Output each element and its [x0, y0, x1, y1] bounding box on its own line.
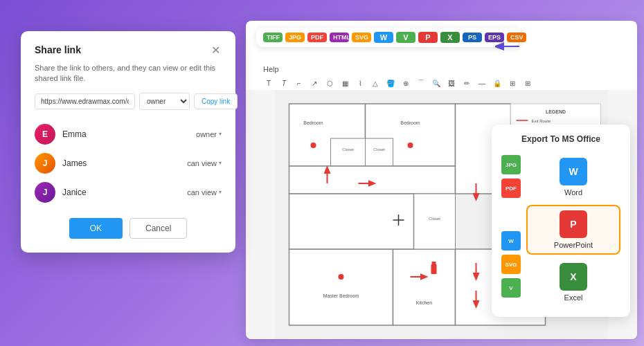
svg-text:Kitchen: Kitchen [416, 300, 432, 305]
avatar-james: J [35, 153, 55, 174]
user-role-emma[interactable]: owner ▾ [196, 130, 222, 138]
share-link-modal: Share link ✕ Share the link to others, a… [21, 31, 235, 253]
format-toolbar: TIFF JPG PDF HTML SVG W V P X PS EPS CSV [256, 28, 519, 47]
tiff-badge[interactable]: TIFF [263, 33, 283, 42]
ppt-export-label: PowerPoint [554, 241, 593, 249]
excel-export-badge: X [560, 263, 587, 291]
ps-badge[interactable]: PS [463, 33, 482, 42]
svg-text:Bedroom: Bedroom [400, 120, 420, 125]
svg-rect-15 [393, 249, 456, 325]
user-row-james: J James can view ▾ [35, 149, 222, 178]
help-label: Help [263, 65, 279, 73]
chevron-down-icon-james: ▾ [219, 160, 222, 166]
user-row-janice: J Janice can view ▾ [35, 178, 222, 207]
svg-point-33 [311, 143, 316, 148]
jpg-badge[interactable]: JPG [285, 33, 305, 42]
svg-text:Bedroom: Bedroom [303, 120, 323, 125]
word-export-label: Word [564, 188, 582, 197]
fill-tool-icon[interactable]: 🪣 [385, 78, 396, 89]
pdf-side-badge[interactable]: PDF [501, 179, 521, 198]
close-icon[interactable]: ✕ [209, 44, 222, 56]
user-name-emma: Emma [62, 129, 189, 139]
svg-rect-19 [414, 194, 456, 249]
excel-badge[interactable]: X [440, 32, 460, 43]
svg-text:LEGEND: LEGEND [546, 109, 566, 114]
html-badge[interactable]: HTML [330, 33, 349, 42]
arrow-indicator [495, 39, 523, 57]
v-badge[interactable]: V [396, 32, 415, 43]
export-powerpoint-item[interactable]: P PowerPoint [526, 205, 620, 255]
lock-tool-icon[interactable]: 🔒 [492, 78, 503, 89]
modal-title: Share link [35, 44, 81, 55]
zoom-tool-icon[interactable]: 🔍 [431, 78, 442, 89]
cancel-button[interactable]: Cancel [129, 218, 187, 239]
svg-text:Exit Route: Exit Route [532, 119, 551, 123]
line-tool-icon[interactable]: ⌇ [355, 78, 366, 89]
svg-text:Closet: Closet [429, 217, 440, 221]
chevron-down-icon-janice: ▾ [219, 189, 222, 195]
v-side-badge[interactable]: V [501, 278, 521, 298]
avatar-janice: J [35, 182, 55, 203]
svg-text:Closet: Closet [373, 147, 385, 152]
jpg-side-badge[interactable]: JPG [501, 155, 521, 174]
chevron-down-icon: ▾ [219, 131, 222, 137]
user-name-james: James [62, 158, 180, 168]
table-tool-icon[interactable]: ▦ [339, 78, 350, 89]
format-tool-icon[interactable]: T [278, 78, 289, 89]
corner-tool-icon[interactable]: ⌐ [294, 78, 305, 89]
pen-tool-icon[interactable]: ✏ [461, 78, 472, 89]
image-tool-icon[interactable]: 🖼 [446, 78, 457, 89]
user-role-janice[interactable]: can view ▾ [187, 188, 222, 197]
crop-tool-icon[interactable]: ⊞ [507, 78, 518, 89]
svg-rect-9 [366, 138, 393, 166]
svg-side-badge[interactable]: SVG [501, 255, 521, 274]
export-word-item[interactable]: W Word [526, 152, 620, 202]
svg-rect-21 [289, 194, 414, 249]
user-role-james[interactable]: can view ▾ [187, 159, 222, 167]
text-tool-icon[interactable]: T [263, 78, 274, 89]
svg-point-34 [408, 143, 413, 148]
html-side-badge[interactable]: W [501, 231, 521, 251]
svg-rect-43 [432, 262, 436, 265]
triangle-tool-icon[interactable]: △ [370, 78, 381, 89]
ppt-badge[interactable]: P [418, 32, 438, 43]
permission-select[interactable]: owner can view can edit [139, 93, 190, 110]
shape-tool-icon[interactable]: ⬡ [324, 78, 335, 89]
curve-tool-icon[interactable]: ⌒ [415, 78, 427, 89]
word-badge[interactable]: W [374, 32, 393, 43]
svg-rect-7 [331, 138, 366, 166]
line2-tool-icon[interactable]: — [476, 78, 488, 89]
modal-description: Share the link to others, and they can v… [35, 63, 222, 84]
modal-header: Share link ✕ [35, 44, 222, 56]
export-title: Export To MS Office [501, 134, 620, 144]
copy-link-button[interactable]: Copy link [194, 93, 238, 109]
svg-text:Master Bedroom: Master Bedroom [323, 293, 359, 298]
export-panel: Export To MS Office JPG PDF W SVG V W Wo… [492, 125, 630, 317]
svg-point-35 [339, 274, 344, 280]
ppt-export-badge: P [560, 210, 587, 238]
svg-rect-42 [431, 264, 437, 274]
svg-badge[interactable]: SVG [352, 33, 371, 42]
more-tool-icon[interactable]: ⊞ [522, 78, 533, 89]
share-link-input[interactable] [35, 93, 135, 109]
excel-export-label: Excel [564, 293, 583, 302]
svg-text:Closet: Closet [342, 147, 354, 152]
pdf-badge[interactable]: PDF [307, 33, 327, 42]
ok-button[interactable]: OK [69, 218, 123, 239]
user-name-janice: Janice [62, 188, 180, 197]
select-tool-icon[interactable]: ⊕ [400, 78, 411, 89]
word-export-badge: W [560, 158, 587, 185]
modal-actions: OK Cancel [35, 218, 222, 239]
export-excel-item[interactable]: X Excel [526, 257, 620, 307]
arrow-tool-icon[interactable]: ↗ [309, 78, 320, 89]
user-row-emma: E Emma owner ▾ [35, 120, 222, 149]
svg-rect-11 [289, 166, 456, 194]
avatar-emma: E [35, 124, 55, 145]
svg-rect-13 [289, 249, 393, 325]
link-row: owner can view can edit Copy link [35, 93, 222, 110]
